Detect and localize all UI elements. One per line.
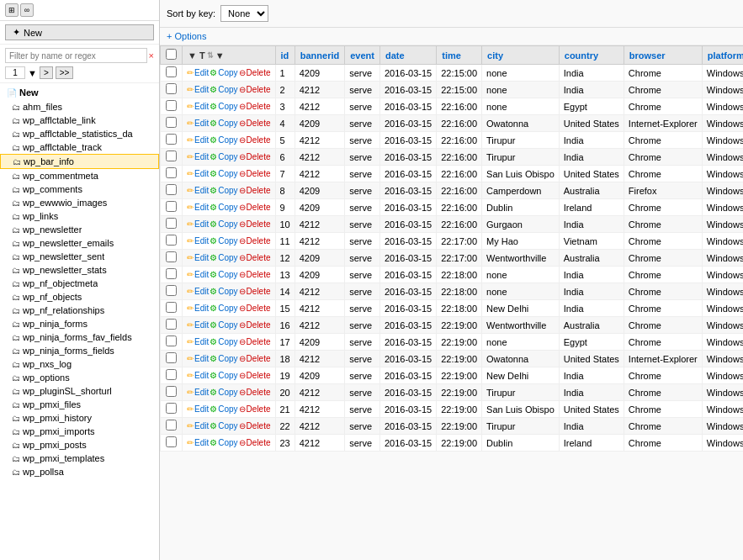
copy-button[interactable]: Copy xyxy=(218,371,237,380)
sidebar-icon-1[interactable]: ⊞ xyxy=(5,3,19,17)
row-checkbox[interactable] xyxy=(166,319,177,330)
delete-button[interactable]: Delete xyxy=(247,102,271,111)
row-checkbox[interactable] xyxy=(166,218,177,229)
row-checkbox[interactable] xyxy=(166,436,177,447)
copy-button[interactable]: Copy xyxy=(218,404,237,414)
delete-button[interactable]: Delete xyxy=(247,152,271,161)
row-checkbox[interactable] xyxy=(166,83,177,94)
row-checkbox[interactable] xyxy=(166,66,177,77)
delete-button[interactable]: Delete xyxy=(247,236,271,246)
edit-button[interactable]: Edit xyxy=(194,85,209,94)
edit-button[interactable]: Edit xyxy=(194,152,209,161)
edit-button[interactable]: Edit xyxy=(194,186,209,195)
edit-button[interactable]: Edit xyxy=(194,304,209,313)
row-checkbox[interactable] xyxy=(166,100,177,111)
copy-button[interactable]: Copy xyxy=(218,152,237,161)
nav-next-button[interactable]: > xyxy=(40,66,53,79)
sidebar-item-wp-bar-info[interactable]: 🗂wp_bar_info xyxy=(0,154,159,169)
copy-button[interactable]: Copy xyxy=(218,102,237,111)
sidebar-icon-2[interactable]: ∞ xyxy=(20,3,34,17)
edit-button[interactable]: Edit xyxy=(194,320,209,330)
edit-button[interactable]: Edit xyxy=(194,68,209,77)
filter-clear-button[interactable]: × xyxy=(149,50,154,61)
sidebar-item-wp-nf-objects[interactable]: 🗂wp_nf_objects xyxy=(0,290,159,304)
row-checkbox[interactable] xyxy=(166,369,177,380)
sidebar-item-wp-comments[interactable]: 🗂wp_comments xyxy=(0,182,159,196)
th-bannerid[interactable]: bannerid xyxy=(295,46,344,65)
row-checkbox[interactable] xyxy=(166,184,177,195)
edit-button[interactable]: Edit xyxy=(194,371,209,380)
row-checkbox[interactable] xyxy=(166,285,177,296)
delete-button[interactable]: Delete xyxy=(247,404,271,414)
sidebar-item-wp-ninja-forms-fields[interactable]: 🗂wp_ninja_forms_fields xyxy=(0,344,159,357)
row-checkbox[interactable] xyxy=(166,302,177,313)
copy-button[interactable]: Copy xyxy=(218,68,237,77)
th-browser[interactable]: browser xyxy=(624,46,702,65)
edit-button[interactable]: Edit xyxy=(194,219,209,229)
sidebar-item-wp-pmxi-templates[interactable]: 🗂wp_pmxi_templates xyxy=(0,452,159,465)
edit-button[interactable]: Edit xyxy=(194,169,209,178)
delete-button[interactable]: Delete xyxy=(247,371,271,380)
filter-icon[interactable]: ▼ T xyxy=(188,50,205,61)
delete-button[interactable]: Delete xyxy=(247,438,271,447)
delete-button[interactable]: Delete xyxy=(247,388,271,397)
sidebar-item-wp-nxs-log[interactable]: 🗂wp_nxs_log xyxy=(0,357,159,371)
th-country[interactable]: country xyxy=(559,46,624,65)
delete-button[interactable]: Delete xyxy=(247,203,271,212)
copy-button[interactable]: Copy xyxy=(218,388,237,397)
th-date[interactable]: date xyxy=(379,46,436,65)
sidebar-item-ahm-files[interactable]: 🗂ahm_files xyxy=(0,100,159,114)
edit-button[interactable]: Edit xyxy=(194,203,209,212)
edit-button[interactable]: Edit xyxy=(194,337,209,346)
sidebar-item-wp-newsletter-stats[interactable]: 🗂wp_newsletter_stats xyxy=(0,263,159,277)
edit-button[interactable]: Edit xyxy=(194,253,209,262)
th-city[interactable]: city xyxy=(482,46,560,65)
sidebar-item-wp-ninja-forms[interactable]: 🗂wp_ninja_forms xyxy=(0,317,159,330)
th-platform[interactable]: platform xyxy=(702,46,743,65)
edit-button[interactable]: Edit xyxy=(194,236,209,246)
delete-button[interactable]: Delete xyxy=(247,337,271,346)
delete-button[interactable]: Delete xyxy=(247,304,271,313)
copy-button[interactable]: Copy xyxy=(218,119,237,128)
delete-button[interactable]: Delete xyxy=(247,135,271,145)
delete-button[interactable]: Delete xyxy=(247,320,271,330)
delete-button[interactable]: Delete xyxy=(247,354,271,363)
copy-button[interactable]: Copy xyxy=(218,287,237,296)
th-event[interactable]: event xyxy=(345,46,380,65)
sidebar-item-wp-afflctable-statistics-da[interactable]: 🗂wp_afflctable_statistics_da xyxy=(0,127,159,140)
copy-button[interactable]: Copy xyxy=(218,421,237,431)
sidebar-item-wp-newsletter-sent[interactable]: 🗂wp_newsletter_sent xyxy=(0,250,159,263)
new-button[interactable]: ✦ New xyxy=(5,24,154,40)
edit-button[interactable]: Edit xyxy=(194,388,209,397)
edit-button[interactable]: Edit xyxy=(194,354,209,363)
copy-button[interactable]: Copy xyxy=(218,438,237,447)
edit-button[interactable]: Edit xyxy=(194,135,209,145)
delete-button[interactable]: Delete xyxy=(247,68,271,77)
delete-button[interactable]: Delete xyxy=(247,169,271,178)
sidebar-item-wp-pmxi-files[interactable]: 🗂wp_pmxi_files xyxy=(0,398,159,411)
copy-button[interactable]: Copy xyxy=(218,236,237,246)
copy-button[interactable]: Copy xyxy=(218,186,237,195)
row-checkbox[interactable] xyxy=(166,386,177,397)
options-bar[interactable]: + Options xyxy=(160,28,743,45)
sidebar-item-wp-pmxi-history[interactable]: 🗂wp_pmxi_history xyxy=(0,411,159,425)
sidebar-item-wp-newsletter-emails[interactable]: 🗂wp_newsletter_emails xyxy=(0,236,159,250)
row-checkbox[interactable] xyxy=(166,134,177,145)
th-time[interactable]: time xyxy=(437,46,482,65)
sidebar-item-wp-commentmeta[interactable]: 🗂wp_commentmeta xyxy=(0,169,159,182)
filter-input[interactable] xyxy=(5,48,147,63)
row-checkbox[interactable] xyxy=(166,251,177,262)
copy-button[interactable]: Copy xyxy=(218,219,237,229)
row-checkbox[interactable] xyxy=(166,268,177,279)
copy-button[interactable]: Copy xyxy=(218,203,237,212)
delete-button[interactable]: Delete xyxy=(247,421,271,431)
delete-button[interactable]: Delete xyxy=(247,85,271,94)
sidebar-item-wp-pluginSL-shorturl[interactable]: 🗂wp_pluginSL_shorturl xyxy=(0,384,159,398)
sidebar-item-wp-ewwwio-images[interactable]: 🗂wp_ewwwio_images xyxy=(0,196,159,209)
delete-button[interactable]: Delete xyxy=(247,186,271,195)
edit-button[interactable]: Edit xyxy=(194,287,209,296)
row-checkbox[interactable] xyxy=(166,335,177,346)
tree-new-item[interactable]: 📄 New xyxy=(0,85,159,100)
sidebar-item-wp-pmxi-posts[interactable]: 🗂wp_pmxi_posts xyxy=(0,438,159,452)
edit-button[interactable]: Edit xyxy=(194,404,209,414)
